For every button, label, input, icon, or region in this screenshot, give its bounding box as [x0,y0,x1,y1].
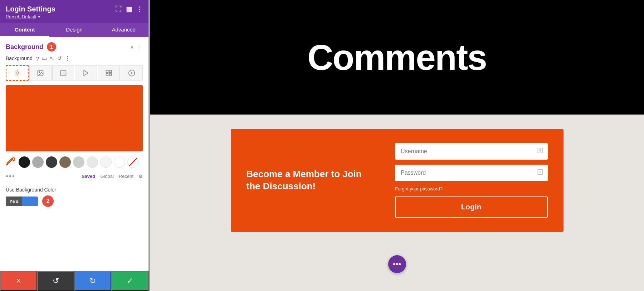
save-button[interactable]: ✓ [111,271,148,291]
swatches-row [0,156,148,171]
type-image-btn[interactable] [29,65,52,81]
swatch-white1[interactable] [100,156,112,168]
swatch-tabs: Saved Global Recent ⚙ [82,174,143,179]
login-box: Become a Member to Join the Discussion! [231,129,564,232]
left-panel: Login Settings ⛶ ▦ ⋮ Preset: Default ▾ C… [0,0,148,291]
username-wrapper [395,143,548,160]
panel-title-row: Login Settings ⛶ ▦ ⋮ [6,5,143,13]
svg-rect-7 [109,71,112,73]
svg-rect-8 [109,74,112,76]
swatch-settings-icon[interactable]: ⚙ [138,174,143,179]
device-icon[interactable]: ▭ [42,55,47,62]
panel-header: Login Settings ⛶ ▦ ⋮ Preset: Default ▾ [0,0,148,23]
expand-icon[interactable]: ⛶ [115,5,122,13]
type-mask-btn[interactable] [121,65,143,81]
bg-more-icon[interactable]: ⋮ [65,55,70,62]
svg-marker-5 [84,71,88,76]
password-wrapper [395,165,548,181]
password-input[interactable] [395,165,548,181]
forgot-password-link[interactable]: Forgot your password? [395,186,548,191]
password-icon [537,169,543,177]
hero-section: Comments [150,0,644,115]
more-icon[interactable]: ⋮ [136,5,143,13]
swatch-tab-saved[interactable]: Saved [82,174,95,179]
panel-body: Background 1 ∧ ⋮ Background ? ▭ ↖ ↺ ⋮ [0,37,148,271]
toggle-yes[interactable]: YES [6,197,22,206]
toggle-switch[interactable]: YES [6,197,38,206]
panel-title-text: Login Settings [6,5,55,13]
grid-icon[interactable]: ▦ [126,5,132,13]
type-video-btn[interactable] [75,65,97,81]
hero-title: Comments [307,37,487,78]
toggle-row: YES 2 [6,195,143,207]
section-header-icons: ∧ ⋮ [130,44,143,50]
section-more-icon[interactable]: ⋮ [137,44,143,50]
panel-tabs: Content Design Advanced [0,23,148,37]
bg-row: Background ? ▭ ↖ ↺ ⋮ [0,55,148,65]
section-badge: 1 [47,42,56,52]
section-header: Background 1 ∧ ⋮ [0,37,148,55]
redo-button[interactable]: ↻ [74,271,112,291]
more-swatches-icon[interactable]: ••• [6,172,15,180]
bg-row-label: Background [6,55,33,61]
bottom-bar: × ↺ ↻ ✓ [0,271,148,291]
svg-rect-9 [106,74,108,76]
section-badge-2: 2 [42,195,54,207]
svg-rect-6 [106,71,108,73]
swatch-darkgray[interactable] [46,156,57,168]
help-icon[interactable]: ? [36,55,39,62]
swatch-brown[interactable] [59,156,71,168]
floating-action-button[interactable]: ••• [388,255,406,273]
swatch-tab-global[interactable]: Global [100,174,114,179]
swatch-lightgray[interactable] [32,156,44,168]
use-bg-label: Use Background Color [6,187,143,193]
tab-content[interactable]: Content [0,23,49,37]
username-input[interactable] [395,143,548,160]
type-gradient-btn[interactable] [52,65,74,81]
login-form: Forgot your password? Login [395,143,548,218]
tab-design[interactable]: Design [49,23,99,37]
swatch-tab-recent[interactable]: Recent [119,174,133,179]
swatch-clear[interactable] [127,156,139,168]
username-icon [537,147,543,156]
type-selector [0,65,148,85]
undo-button[interactable]: ↺ [37,271,74,291]
tab-advanced[interactable]: Advanced [99,23,148,37]
use-bg-section: Use Background Color YES 2 [0,183,148,207]
type-color-btn[interactable] [6,65,29,81]
section-title: Background 1 [6,42,56,52]
cancel-button[interactable]: × [0,271,37,291]
login-button[interactable]: Login [395,197,548,218]
collapse-icon[interactable]: ∧ [130,44,134,50]
color-preview[interactable] [6,85,143,151]
reset-icon[interactable]: ↺ [57,55,62,62]
swatch-gray[interactable] [73,156,84,168]
eyedropper-icon[interactable] [6,157,15,168]
svg-point-2 [39,72,40,73]
svg-point-0 [16,72,19,74]
swatch-black[interactable] [19,156,30,168]
panel-preset[interactable]: Preset: Default ▾ [6,14,143,19]
section-title-text: Background [6,43,43,51]
swatch-nearwhite[interactable] [87,156,98,168]
type-pattern-btn[interactable] [98,65,120,81]
bg-row-icons: ? ▭ ↖ ↺ ⋮ [36,55,70,62]
panel-title-icons: ⛶ ▦ ⋮ [115,5,143,13]
swatch-white2[interactable] [114,156,125,168]
login-tagline: Become a Member to Join the Discussion! [247,168,374,193]
main-area: Comments Become a Member to Join the Dis… [150,0,644,291]
cursor-icon[interactable]: ↖ [50,55,54,62]
